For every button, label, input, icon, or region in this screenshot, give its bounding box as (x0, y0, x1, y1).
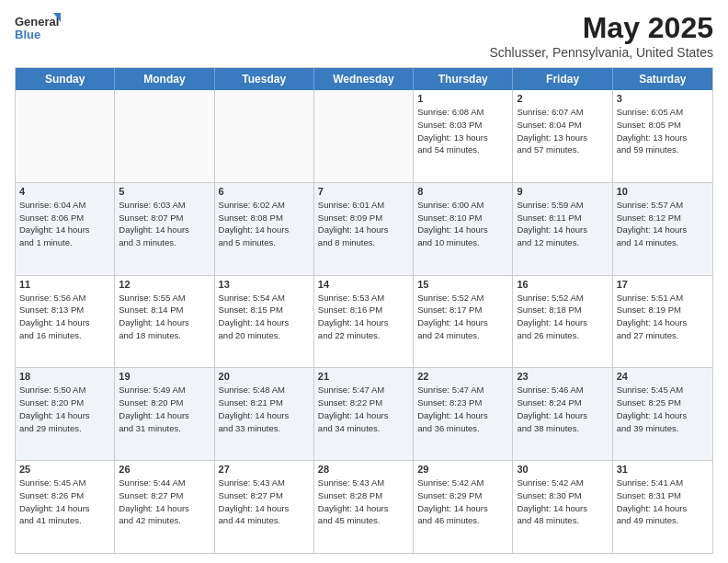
calendar-cell: 24Sunrise: 5:45 AMSunset: 8:25 PMDayligh… (613, 368, 712, 460)
day-info: Sunrise: 5:59 AMSunset: 8:11 PMDaylight:… (517, 199, 608, 249)
calendar: SundayMondayTuesdayWednesdayThursdayFrid… (15, 67, 713, 554)
calendar-week-2: 11Sunrise: 5:56 AMSunset: 8:13 PMDayligh… (16, 276, 712, 369)
day-number: 29 (417, 464, 508, 475)
day-info: Sunrise: 6:03 AMSunset: 8:07 PMDaylight:… (119, 199, 210, 249)
day-info: Sunrise: 5:56 AMSunset: 8:13 PMDaylight:… (19, 292, 110, 342)
page: General Blue May 2025 Schlusser, Pennsyl… (0, 0, 728, 563)
day-info: Sunrise: 5:51 AMSunset: 8:19 PMDaylight:… (617, 292, 709, 342)
day-info: Sunrise: 5:45 AMSunset: 8:26 PMDaylight:… (19, 477, 110, 527)
calendar-cell: 27Sunrise: 5:43 AMSunset: 8:27 PMDayligh… (215, 461, 314, 553)
calendar-cell: 5Sunrise: 6:03 AMSunset: 8:07 PMDaylight… (115, 183, 214, 275)
day-info: Sunrise: 5:41 AMSunset: 8:31 PMDaylight:… (617, 477, 709, 527)
header-day-sunday: Sunday (16, 68, 115, 90)
day-info: Sunrise: 5:54 AMSunset: 8:15 PMDaylight:… (219, 292, 310, 342)
calendar-cell: 17Sunrise: 5:51 AMSunset: 8:19 PMDayligh… (613, 276, 712, 368)
day-number: 17 (617, 279, 709, 290)
day-number: 14 (318, 279, 409, 290)
day-number: 13 (219, 279, 310, 290)
title-block: May 2025 Schlusser, Pennsylvania, United… (489, 11, 713, 60)
day-number: 28 (318, 464, 409, 475)
main-title: May 2025 (489, 11, 713, 45)
day-info: Sunrise: 6:02 AMSunset: 8:08 PMDaylight:… (219, 199, 310, 249)
day-info: Sunrise: 5:42 AMSunset: 8:30 PMDaylight:… (517, 477, 608, 527)
day-number: 24 (617, 371, 709, 382)
calendar-cell: 22Sunrise: 5:47 AMSunset: 8:23 PMDayligh… (414, 368, 513, 460)
logo: General Blue (15, 11, 61, 48)
day-number: 26 (119, 464, 210, 475)
day-info: Sunrise: 5:47 AMSunset: 8:22 PMDaylight:… (318, 384, 409, 434)
day-info: Sunrise: 5:50 AMSunset: 8:20 PMDaylight:… (19, 384, 110, 434)
header-day-monday: Monday (115, 68, 214, 90)
calendar-week-1: 4Sunrise: 6:04 AMSunset: 8:06 PMDaylight… (16, 183, 712, 276)
day-number: 5 (119, 186, 210, 197)
logo-svg: General Blue (15, 11, 61, 48)
day-number: 18 (19, 371, 110, 382)
day-number: 25 (19, 464, 110, 475)
calendar-cell: 6Sunrise: 6:02 AMSunset: 8:08 PMDaylight… (215, 183, 314, 275)
header-day-thursday: Thursday (414, 68, 513, 90)
calendar-cell: 13Sunrise: 5:54 AMSunset: 8:15 PMDayligh… (215, 276, 314, 368)
calendar-cell: 7Sunrise: 6:01 AMSunset: 8:09 PMDaylight… (314, 183, 414, 275)
calendar-cell: 28Sunrise: 5:43 AMSunset: 8:28 PMDayligh… (314, 461, 414, 553)
calendar-week-0: 1Sunrise: 6:08 AMSunset: 8:03 PMDaylight… (16, 90, 712, 183)
day-info: Sunrise: 5:43 AMSunset: 8:28 PMDaylight:… (318, 477, 409, 527)
calendar-cell: 26Sunrise: 5:44 AMSunset: 8:27 PMDayligh… (115, 461, 214, 553)
calendar-cell: 8Sunrise: 6:00 AMSunset: 8:10 PMDaylight… (414, 183, 513, 275)
day-number: 15 (417, 279, 508, 290)
calendar-cell: 20Sunrise: 5:48 AMSunset: 8:21 PMDayligh… (215, 368, 314, 460)
day-info: Sunrise: 5:57 AMSunset: 8:12 PMDaylight:… (617, 199, 709, 249)
calendar-cell: 18Sunrise: 5:50 AMSunset: 8:20 PMDayligh… (16, 368, 115, 460)
day-info: Sunrise: 6:01 AMSunset: 8:09 PMDaylight:… (318, 199, 409, 249)
day-info: Sunrise: 5:43 AMSunset: 8:27 PMDaylight:… (219, 477, 310, 527)
day-info: Sunrise: 5:45 AMSunset: 8:25 PMDaylight:… (617, 384, 709, 434)
svg-text:General: General (15, 15, 59, 29)
day-number: 3 (617, 93, 709, 104)
day-number: 31 (617, 464, 709, 475)
header-day-wednesday: Wednesday (314, 68, 414, 90)
calendar-cell: 10Sunrise: 5:57 AMSunset: 8:12 PMDayligh… (613, 183, 712, 275)
header-day-tuesday: Tuesday (215, 68, 314, 90)
calendar-body: 1Sunrise: 6:08 AMSunset: 8:03 PMDaylight… (16, 90, 712, 553)
day-info: Sunrise: 5:53 AMSunset: 8:16 PMDaylight:… (318, 292, 409, 342)
day-info: Sunrise: 5:55 AMSunset: 8:14 PMDaylight:… (119, 292, 210, 342)
calendar-cell: 25Sunrise: 5:45 AMSunset: 8:26 PMDayligh… (16, 461, 115, 553)
day-number: 4 (19, 186, 110, 197)
day-info: Sunrise: 5:46 AMSunset: 8:24 PMDaylight:… (517, 384, 608, 434)
header-day-saturday: Saturday (613, 68, 712, 90)
calendar-cell: 12Sunrise: 5:55 AMSunset: 8:14 PMDayligh… (115, 276, 214, 368)
day-info: Sunrise: 5:44 AMSunset: 8:27 PMDaylight:… (119, 477, 210, 527)
calendar-cell (16, 90, 115, 182)
day-number: 27 (219, 464, 310, 475)
day-number: 20 (219, 371, 310, 382)
day-number: 30 (517, 464, 608, 475)
day-number: 2 (517, 93, 608, 104)
day-info: Sunrise: 5:48 AMSunset: 8:21 PMDaylight:… (219, 384, 310, 434)
header-day-friday: Friday (513, 68, 612, 90)
day-number: 16 (517, 279, 608, 290)
calendar-week-3: 18Sunrise: 5:50 AMSunset: 8:20 PMDayligh… (16, 368, 712, 461)
day-number: 23 (517, 371, 608, 382)
sub-title: Schlusser, Pennsylvania, United States (489, 45, 713, 60)
day-info: Sunrise: 5:47 AMSunset: 8:23 PMDaylight:… (417, 384, 508, 434)
calendar-cell: 11Sunrise: 5:56 AMSunset: 8:13 PMDayligh… (16, 276, 115, 368)
calendar-cell: 14Sunrise: 5:53 AMSunset: 8:16 PMDayligh… (314, 276, 414, 368)
calendar-cell: 21Sunrise: 5:47 AMSunset: 8:22 PMDayligh… (314, 368, 414, 460)
day-info: Sunrise: 6:07 AMSunset: 8:04 PMDaylight:… (517, 106, 608, 156)
day-number: 10 (617, 186, 709, 197)
header: General Blue May 2025 Schlusser, Pennsyl… (15, 11, 713, 60)
day-info: Sunrise: 5:52 AMSunset: 8:17 PMDaylight:… (417, 292, 508, 342)
calendar-cell: 9Sunrise: 5:59 AMSunset: 8:11 PMDaylight… (513, 183, 612, 275)
day-info: Sunrise: 5:52 AMSunset: 8:18 PMDaylight:… (517, 292, 608, 342)
day-info: Sunrise: 6:08 AMSunset: 8:03 PMDaylight:… (417, 106, 508, 156)
calendar-cell: 1Sunrise: 6:08 AMSunset: 8:03 PMDaylight… (414, 90, 513, 182)
calendar-cell: 15Sunrise: 5:52 AMSunset: 8:17 PMDayligh… (414, 276, 513, 368)
day-number: 1 (417, 93, 508, 104)
calendar-cell (215, 90, 314, 182)
day-number: 21 (318, 371, 409, 382)
calendar-cell: 19Sunrise: 5:49 AMSunset: 8:20 PMDayligh… (115, 368, 214, 460)
day-number: 11 (19, 279, 110, 290)
calendar-cell (314, 90, 414, 182)
day-number: 8 (417, 186, 508, 197)
calendar-cell: 16Sunrise: 5:52 AMSunset: 8:18 PMDayligh… (513, 276, 612, 368)
calendar-cell (115, 90, 214, 182)
